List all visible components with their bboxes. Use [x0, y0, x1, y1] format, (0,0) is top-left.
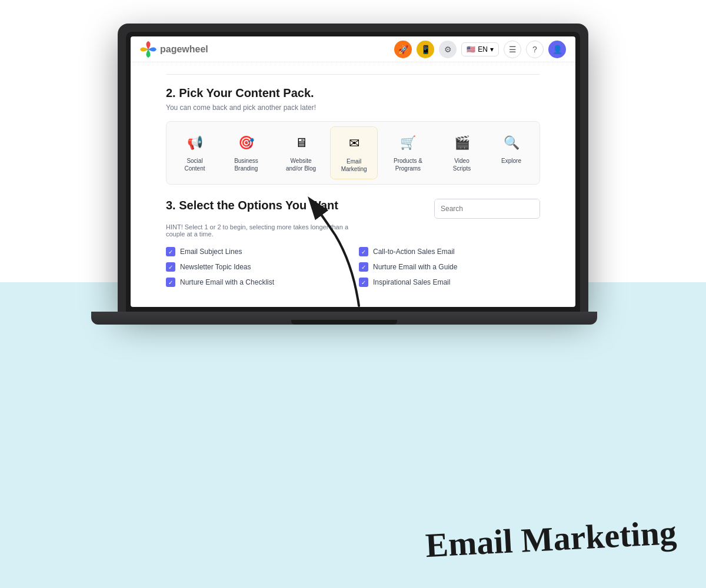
business-branding-label: Business Branding [229, 157, 264, 172]
section-2-title: 2. Pick Your Content Pack. [166, 86, 540, 100]
checkbox-email-subject-lines: ✓ [166, 247, 175, 256]
checkbox-newsletter-topics: ✓ [166, 262, 175, 272]
option-label-call-to-action: Call-to-Action Sales Email [373, 248, 455, 256]
logo-area: pagewheel [140, 41, 388, 58]
top-divider [166, 74, 540, 75]
checkbox-nurture-checklist: ✓ [166, 278, 175, 287]
screen-bezel: pagewheel 🚀 📱 ⚙ 🇺🇸 EN ▾ ☰ ? 👤 [126, 32, 580, 312]
website-blog-icon: 🖥 [291, 132, 312, 153]
gear-button[interactable]: ⚙ [439, 41, 457, 58]
pack-email-marketing[interactable]: ✉ Email Marketing [330, 126, 378, 179]
pack-explore[interactable]: 🔍 Explore [488, 126, 535, 179]
option-newsletter-topics[interactable]: ✓ Newsletter Topic Ideas [166, 262, 347, 272]
search-input[interactable] [435, 199, 535, 218]
option-label-nurture-guide: Nurture Email with a Guide [373, 263, 457, 271]
email-marketing-label: Email Marketing [339, 158, 369, 173]
help-button[interactable]: ? [526, 41, 544, 58]
explore-label: Explore [501, 157, 521, 165]
email-marketing-icon: ✉ [344, 133, 365, 154]
section-2: 2. Pick Your Content Pack. You can come … [166, 86, 540, 185]
option-nurture-checklist[interactable]: ✓ Nurture Email with a Checklist [166, 278, 347, 287]
products-programs-icon: 🛒 [397, 132, 418, 153]
business-branding-icon: 🎯 [235, 132, 257, 153]
option-call-to-action[interactable]: ✓ Call-to-Action Sales Email [359, 247, 540, 256]
pack-video-scripts[interactable]: 🎬 Video Scripts [438, 126, 485, 179]
checkbox-inspirational-sales: ✓ [359, 278, 368, 287]
section-3-hint: HINT! Select 1 or 2 to begin, selecting … [166, 223, 366, 238]
step3-header: 3. Select the Options You Want 🔍 [166, 199, 540, 219]
mobile-button[interactable]: 📱 [417, 41, 434, 58]
option-nurture-guide[interactable]: ✓ Nurture Email with a Guide [359, 262, 540, 272]
checkbox-nurture-guide: ✓ [359, 262, 368, 272]
logo-text: pagewheel [160, 44, 208, 55]
chevron-down-icon: ▾ [490, 45, 494, 54]
option-label-newsletter-topics: Newsletter Topic Ideas [180, 263, 251, 271]
video-scripts-label: Video Scripts [447, 157, 477, 172]
flag-label: EN [478, 45, 488, 54]
logo-icon [140, 41, 156, 58]
menu-button[interactable]: ☰ [504, 41, 521, 58]
laptop-base [91, 312, 597, 325]
navbar: pagewheel 🚀 📱 ⚙ 🇺🇸 EN ▾ ☰ ? 👤 [131, 36, 575, 62]
section-2-subtitle: You can come back and pick another pack … [166, 103, 540, 112]
option-label-email-subject-lines: Email Subject Lines [180, 248, 242, 256]
checkbox-call-to-action: ✓ [359, 247, 368, 256]
language-button[interactable]: 🇺🇸 EN ▾ [461, 42, 499, 56]
nav-icons: 🚀 📱 ⚙ 🇺🇸 EN ▾ ☰ ? 👤 [394, 41, 566, 58]
products-programs-label: Products & Programs [388, 157, 428, 172]
flag-icon: 🇺🇸 [467, 45, 475, 54]
explore-icon: 🔍 [501, 132, 522, 153]
option-label-nurture-checklist: Nurture Email with a Checklist [180, 278, 274, 286]
main-content: 2. Pick Your Content Pack. You can come … [131, 62, 575, 307]
pack-business-branding[interactable]: 🎯 Business Branding [221, 126, 272, 179]
pack-website-blog[interactable]: 🖥 Website and/or Blog [274, 126, 328, 179]
content-packs-container: 📢 Social Content 🎯 Business Branding 🖥 W… [166, 121, 540, 185]
section-3: 3. Select the Options You Want 🔍 HINT! S… [166, 199, 540, 287]
svg-point-0 [147, 48, 149, 50]
search-button[interactable]: 🔍 [535, 199, 540, 218]
laptop-screen: pagewheel 🚀 📱 ⚙ 🇺🇸 EN ▾ ☰ ? 👤 [118, 24, 588, 312]
social-content-label: Social Content [179, 157, 210, 172]
social-content-icon: 📢 [184, 132, 205, 153]
pack-products-programs[interactable]: 🛒 Products & Programs [380, 126, 436, 179]
option-label-inspirational-sales: Inspirational Sales Email [373, 278, 450, 286]
website-blog-label: Website and/or Blog [282, 157, 319, 172]
options-grid: ✓ Email Subject Lines ✓ Call-to-Action S… [166, 247, 540, 287]
option-inspirational-sales[interactable]: ✓ Inspirational Sales Email [359, 278, 540, 287]
section-3-title: 3. Select the Options You Want [166, 199, 338, 212]
pack-social-content[interactable]: 📢 Social Content [171, 126, 218, 179]
video-scripts-icon: 🎬 [451, 132, 472, 153]
search-box: 🔍 [434, 199, 540, 219]
screen-content: pagewheel 🚀 📱 ⚙ 🇺🇸 EN ▾ ☰ ? 👤 [131, 36, 575, 307]
option-email-subject-lines[interactable]: ✓ Email Subject Lines [166, 247, 347, 256]
rocket-button[interactable]: 🚀 [394, 41, 412, 58]
avatar[interactable]: 👤 [548, 41, 566, 58]
